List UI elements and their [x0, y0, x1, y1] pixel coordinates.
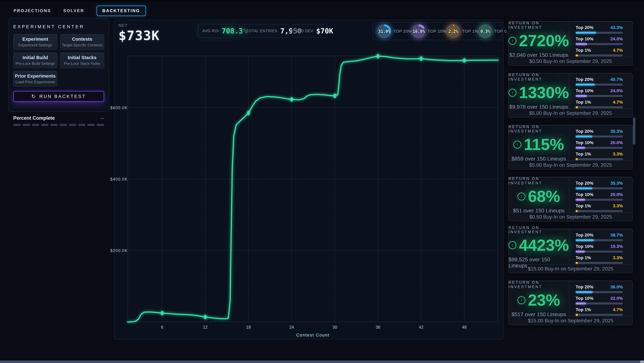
roi-value: 1330% — [519, 83, 569, 102]
roi-value: 4423% — [519, 236, 569, 254]
net-stat: NET $733K — [118, 23, 160, 43]
row-value: 22.0% — [610, 296, 623, 301]
refresh-icon: ↻ — [31, 93, 36, 99]
top1-row: Top 1%4.7% — [576, 307, 623, 316]
row-value: 43.3% — [610, 25, 623, 30]
horizontal-scrollbar-end[interactable] — [640, 360, 644, 363]
progress-segment — [41, 124, 48, 126]
roi-card-4[interactable]: RETURN ON INVESTMENT ↑ 68% $51 over 150 … — [508, 177, 633, 221]
top10-row: Top 10%20.0% — [576, 192, 623, 201]
top1-row: Top 1%4.7% — [576, 48, 623, 57]
tab-solver[interactable]: SOLVER — [63, 8, 84, 13]
button-subtitle: Experiment Settings — [15, 43, 56, 47]
top20-row: Top 20%35.3% — [576, 129, 623, 138]
progress-bar — [576, 291, 623, 293]
data-point-marker[interactable] — [204, 315, 207, 319]
chart-canvas — [128, 56, 498, 322]
data-point-marker[interactable] — [161, 311, 164, 315]
row-value: 3.3% — [613, 203, 623, 208]
row-label: Top 1% — [576, 100, 591, 105]
arrow-up-icon: ↑ — [518, 193, 526, 200]
x-axis-tick-label: 36 — [376, 325, 380, 330]
y-axis-tick-label: $600.0K — [110, 105, 126, 110]
initial-stacks-button[interactable]: Initial Stacks Pre-Lock Stack Rules — [60, 53, 104, 68]
x-axis-tick-label: 6 — [161, 325, 163, 330]
data-point-marker[interactable] — [333, 94, 336, 98]
prior-experiments-button[interactable]: Prior Experiments Load Prior Experiments — [13, 71, 57, 87]
progress-segment — [13, 124, 21, 126]
roi-value: 23% — [528, 291, 560, 309]
data-point-marker[interactable] — [420, 57, 422, 61]
arrow-up-icon: ↑ — [508, 37, 516, 45]
roi-card-title: RETURN ON INVESTMENT — [508, 73, 569, 82]
button-subtitle: Target Specific Contests — [62, 43, 103, 47]
data-point-marker[interactable] — [247, 111, 250, 115]
finish-rate-gauges: 31.0% TOP 20% 16.8% TOP 10% 2.2% TOP 1% — [373, 23, 502, 40]
y-axis-tick-label: $400.0K — [110, 177, 126, 182]
top20-row: Top 20%40.7% — [576, 77, 623, 86]
progress-bar — [576, 147, 623, 149]
tab-backtesting[interactable]: BACKTESTING — [96, 6, 146, 16]
data-point-marker[interactable] — [463, 58, 466, 63]
progress-bar — [576, 95, 623, 97]
row-label: Top 20% — [576, 284, 594, 289]
top20-row: Top 20%36.0% — [576, 284, 623, 293]
experiment-center-title: EXPERIMENT CENTER — [13, 24, 104, 29]
arrow-up-icon: ↑ — [508, 89, 516, 97]
std-dev-stat-box: STD DEV $70K — [292, 24, 327, 38]
row-label: Top 10% — [576, 88, 594, 93]
gauge-top-20: 31.0% TOP 20% — [378, 25, 412, 38]
row-label: Top 20% — [576, 181, 594, 186]
contests-button[interactable]: Contests Target Specific Contests — [60, 34, 104, 50]
experiment-center-panel: EXPERIMENT CENTER Experiment Experiment … — [8, 18, 109, 112]
backtest-chart-panel: NET $733K AVG ROI 708.3% TOTAL ENTRIES 7… — [114, 20, 504, 339]
horizontal-scrollbar[interactable] — [0, 360, 644, 363]
data-point-marker[interactable] — [290, 97, 293, 102]
roi-card-title: RETURN ON INVESTMENT — [508, 125, 569, 133]
roi-card-5[interactable]: RETURN ON INVESTMENT ↑ 4423% $99,525 ove… — [508, 229, 633, 273]
row-value: 35.3% — [610, 181, 623, 186]
buyin-footer: $0.50 Buy-In on September 29, 2025 — [508, 57, 633, 66]
x-axis-tick-label: 12 — [203, 325, 208, 330]
top20-row: Top 20%43.3% — [576, 25, 623, 34]
progress-bar — [576, 302, 623, 304]
row-value: 24.0% — [610, 37, 623, 42]
tab-projections[interactable]: PROJECTIONS — [14, 8, 51, 13]
avg-roi-label: AVG ROI — [202, 29, 219, 33]
row-label: Top 20% — [576, 77, 594, 82]
row-label: Top 10% — [576, 296, 594, 301]
std-dev-label: STD DEV — [296, 29, 313, 33]
row-value: 24.0% — [610, 88, 623, 93]
progress-segment — [22, 124, 30, 126]
progress-segment — [50, 124, 58, 126]
x-axis-title: Contest Count — [296, 333, 330, 338]
roi-card-2[interactable]: RETURN ON INVESTMENT ↑ 1330% $9,978 over… — [508, 73, 633, 118]
row-value: 3.3% — [613, 255, 623, 260]
row-value: 40.7% — [610, 77, 623, 82]
vertical-scrollbar-thumb[interactable] — [633, 118, 635, 145]
gauge-percent: 2.2% — [446, 25, 460, 38]
roi-card-6[interactable]: RETURN ON INVESTMENT ↑ 23% $517 over 150… — [508, 281, 633, 325]
gauge-top-1: 2.2% TOP 1% — [446, 25, 478, 38]
button-title: Contests — [62, 37, 103, 42]
progress-segment — [32, 124, 40, 126]
roi-card-3[interactable]: RETURN ON INVESTMENT ↑ 115% $859 over 15… — [508, 125, 633, 170]
top10-row: Top 10%19.3% — [576, 244, 623, 253]
roi-value: 2720% — [519, 32, 569, 50]
experiment-settings-button[interactable]: Experiment Experiment Settings — [13, 34, 57, 50]
progress-bar — [576, 54, 623, 57]
row-value: 19.3% — [610, 244, 623, 249]
plot-border — [128, 56, 498, 322]
button-title: Initial Stacks — [62, 55, 103, 60]
progress-bar — [576, 314, 623, 316]
progress-bar — [576, 251, 623, 253]
experiment-button-grid: Experiment Experiment Settings Contests … — [13, 34, 104, 87]
progress-segment — [69, 124, 76, 126]
run-backtest-button[interactable]: ↻ RUN BACKTEST — [13, 91, 104, 102]
row-value: 4.7% — [613, 307, 623, 312]
net-label: NET — [118, 23, 160, 28]
initial-build-button[interactable]: Initial Build Pre-Lock Build Settings — [13, 53, 57, 68]
roi-card-1[interactable]: RETURN ON INVESTMENT ↑ 2720% $2,040 over… — [508, 21, 633, 66]
x-axis-tick-label: 18 — [246, 325, 251, 330]
data-point-marker[interactable] — [376, 54, 379, 58]
